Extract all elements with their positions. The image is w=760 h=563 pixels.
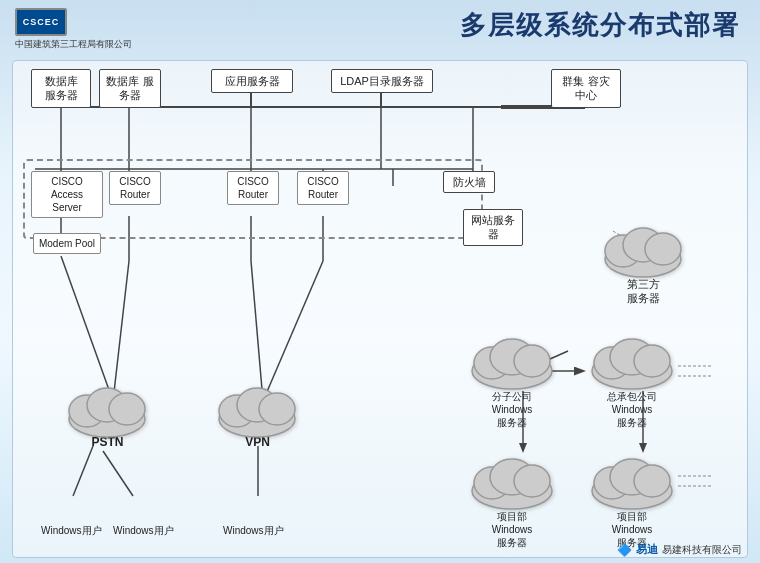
third-party-label: 第三方服务器 [601, 277, 686, 306]
main-content: 数据库 服务器 数据库 服务器 应用服务器 LDAP目录服务器 群集 容灾中心 … [12, 60, 748, 558]
project-dept-1-label: 项目部Windows服务器 [468, 510, 556, 549]
windows-user-3: Windows用户 [223, 524, 284, 537]
page-title: 多层级系统分布式部署 [460, 8, 740, 43]
general-cloud-shape [588, 331, 676, 391]
logo-area: CSCEC 中国建筑第三工程局有限公司 [15, 8, 132, 51]
svg-point-60 [514, 345, 550, 377]
web-server: 网站服务器 [463, 209, 523, 246]
svg-line-42 [103, 451, 133, 496]
svg-point-64 [634, 345, 670, 377]
svg-line-26 [263, 261, 323, 401]
logo-box: CSCEC [15, 8, 67, 36]
ldap-server: LDAP目录服务器 [331, 69, 433, 93]
svg-point-68 [514, 465, 550, 497]
svg-line-22 [113, 261, 129, 401]
logo-text: CSCEC [23, 17, 60, 27]
footer-logo-text: 易迪 [636, 542, 658, 557]
project-dept-1-cloud: 项目部Windows服务器 [468, 451, 556, 549]
svg-line-41 [73, 446, 93, 496]
app-server: 应用服务器 [211, 69, 293, 93]
db-server-1: 数据库 服务器 [31, 69, 91, 108]
company-name: 中国建筑第三工程局有限公司 [15, 38, 132, 51]
header: CSCEC 中国建筑第三工程局有限公司 多层级系统分布式部署 [0, 0, 760, 56]
footer-logo-icon: 🔷 [617, 543, 632, 557]
cluster-server: 群集 容灾中心 [551, 69, 621, 108]
subsidiary-cloud: 分子公司Windows服务器 [468, 331, 556, 429]
cisco-router-1: CISCORouter [109, 171, 161, 205]
project2-cloud-shape [588, 451, 676, 511]
cisco-router-2: CISCORouter [227, 171, 279, 205]
svg-line-20 [61, 256, 113, 401]
windows-user-2: Windows用户 [113, 524, 174, 537]
windows-user-1: Windows用户 [41, 524, 102, 537]
vpn-cloud: VPN [215, 381, 300, 449]
cisco-router-3: CISCORouter [297, 171, 349, 205]
subsidiary-label: 分子公司Windows服务器 [468, 390, 556, 429]
project-dept-2-cloud: 项目部Windows服务器 [588, 451, 676, 549]
modem-pool: Modem Pool [33, 233, 101, 254]
db-server-2: 数据库 服务器 [99, 69, 161, 108]
pstn-cloud: PSTN [65, 381, 150, 449]
third-party-cloud: 第三方服务器 [601, 219, 686, 306]
cisco-access-server: CISCOAccess Server [31, 171, 103, 218]
svg-point-52 [259, 393, 295, 425]
svg-point-72 [634, 465, 670, 497]
pstn-cloud-shape [65, 381, 150, 439]
general-contractor-label: 总承包公司Windows服务器 [588, 390, 676, 429]
firewall: 防火墙 [443, 171, 495, 193]
vpn-cloud-shape [215, 381, 300, 439]
footer: 🔷 易迪 易建科技有限公司 [617, 542, 742, 557]
subsidiary-cloud-shape [468, 331, 556, 391]
svg-line-24 [251, 261, 263, 401]
footer-company-name: 易建科技有限公司 [662, 543, 742, 557]
svg-point-56 [645, 233, 681, 265]
general-contractor-cloud: 总承包公司Windows服务器 [588, 331, 676, 429]
project1-cloud-shape [468, 451, 556, 511]
svg-point-48 [109, 393, 145, 425]
third-party-cloud-shape [601, 219, 686, 279]
